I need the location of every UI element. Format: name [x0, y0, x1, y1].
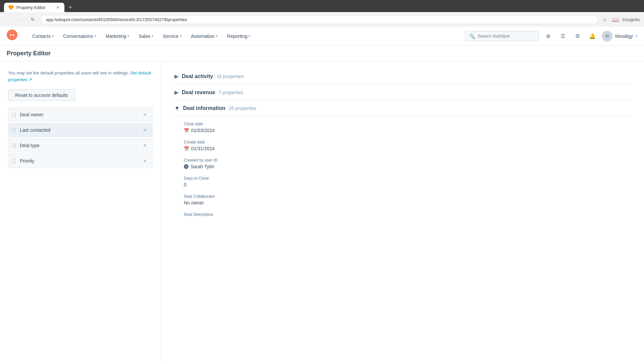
section-title: Deal revenue	[182, 89, 215, 96]
deal-collaborator-field: Deal Collaborator No owner	[184, 194, 631, 205]
chevron-down-icon: ▾	[127, 34, 129, 38]
deal-information-content: Close date 📅 01/03/2024 Create date 📅 01…	[174, 116, 631, 218]
topbar-right: 🔍 ⊕ ☰ ⚙ 🔔 M Moodigy ▾	[465, 31, 637, 42]
nav-contacts[interactable]: Contacts ▾	[28, 31, 58, 42]
chevron-down-icon: ▾	[249, 34, 250, 38]
deal-activity-section-header[interactable]: ▶ Deal activity 16 properties	[174, 68, 631, 84]
close-date-label: Close date	[184, 122, 631, 126]
settings-icon[interactable]: ⚙	[572, 31, 583, 42]
list-item[interactable]: Deal type ✕	[8, 138, 153, 153]
remove-property-button[interactable]: ✕	[142, 127, 148, 133]
deal-collaborator-label: Deal Collaborator	[184, 194, 631, 199]
create-date-value: 📅 01/31/2024	[184, 146, 631, 151]
list-item[interactable]: Last contacted ✕	[8, 123, 153, 137]
deal-revenue-section-header[interactable]: ▶ Deal revenue 7 properties	[174, 84, 631, 101]
list-item[interactable]: Priority ✕	[8, 154, 153, 168]
nav-reporting[interactable]: Reporting ▾	[223, 31, 255, 42]
chevron-down-icon: ▾	[216, 34, 218, 38]
property-label: Last contacted	[20, 127, 142, 133]
drag-handle-icon	[12, 159, 16, 163]
created-by-user-id-field: Created by user ID i Sarah Tyler	[184, 158, 631, 169]
section-title: Deal information	[183, 105, 225, 111]
list-item[interactable]: Deal owner ✕	[8, 108, 153, 122]
create-date-label: Create date	[184, 140, 631, 144]
deal-information-section-header[interactable]: ▼ Deal information 25 properties	[174, 101, 631, 116]
user-menu[interactable]: M Moodigy ▾	[602, 31, 637, 42]
tab-title: Property Editor	[16, 5, 46, 10]
new-tab-button[interactable]: +	[66, 3, 75, 12]
search-bar[interactable]: 🔍	[465, 31, 539, 41]
remove-property-button[interactable]: ✕	[142, 111, 148, 118]
drag-handle-icon	[12, 113, 16, 117]
page-title: Property Editor	[7, 50, 51, 57]
deal-description-field: Deal Description	[184, 212, 631, 218]
chevron-down-icon: ▾	[95, 34, 96, 38]
nav-service[interactable]: Service ▾	[159, 31, 185, 42]
drag-handle-icon	[12, 143, 16, 148]
hubspot-nav: Contacts ▾ Conversations ▾ Marketing ▾ S…	[28, 31, 465, 42]
avatar: M	[602, 31, 612, 42]
back-button[interactable]: ←	[4, 15, 13, 24]
section-count: 7 properties	[219, 90, 244, 95]
chevron-down-icon: ▾	[52, 34, 54, 38]
calendar-icon: 📅	[184, 128, 189, 133]
created-by-value: i Sarah Tyler	[184, 164, 631, 169]
property-label: Deal owner	[20, 112, 142, 117]
browser-chrome: 🧡 Property Editor ✕ +	[0, 0, 644, 12]
help-icon[interactable]: ⊕	[543, 31, 553, 42]
address-bar[interactable]: app.hubspot.com/contacts/45105500/record…	[40, 15, 598, 24]
days-to-close-value: 0	[184, 182, 631, 187]
remove-property-button[interactable]: ✕	[142, 158, 148, 164]
incognito-label: Incognito	[622, 17, 640, 22]
close-date-field: Close date 📅 01/03/2024	[184, 122, 631, 133]
hubspot-logo[interactable]	[7, 29, 17, 43]
close-date-value: 📅 01/03/2024	[184, 128, 631, 133]
browser-tabs: 🧡 Property Editor ✕ +	[4, 3, 640, 12]
reset-to-defaults-button[interactable]: Reset to account defaults	[8, 89, 75, 101]
page-header: Property Editor	[0, 46, 644, 62]
calendar-icon: 📅	[184, 146, 189, 151]
property-grid: Close date 📅 01/03/2024 Create date 📅 01…	[174, 122, 631, 218]
create-date-field: Create date 📅 01/31/2024	[184, 140, 631, 151]
svg-point-1	[10, 34, 12, 36]
nav-sales[interactable]: Sales ▾	[135, 31, 157, 42]
property-list: Deal owner ✕ Last contacted ✕	[8, 108, 153, 168]
nav-automation[interactable]: Automation ▾	[187, 31, 222, 42]
section-title: Deal activity	[182, 73, 213, 79]
tab-close-button[interactable]: ✕	[55, 5, 60, 10]
forward-button[interactable]: →	[16, 15, 25, 24]
days-to-close-field: Days to Close 0	[184, 176, 631, 187]
address-text: app.hubspot.com/contacts/45105500/record…	[46, 17, 187, 22]
toolbar-icons: ☆ 📖 Incognito	[601, 15, 640, 23]
browser-toolbar: ← → ↻ app.hubspot.com/contacts/45105500/…	[0, 12, 644, 27]
right-panel: ▶ Deal activity 16 properties ▶ Deal rev…	[161, 62, 644, 361]
search-input[interactable]	[478, 34, 534, 39]
extension-icon[interactable]: 📖	[611, 15, 620, 23]
chevron-down-icon: ▼	[174, 105, 180, 111]
remove-property-button[interactable]: ✕	[142, 142, 148, 149]
notifications-icon[interactable]: 🔔	[587, 31, 598, 42]
main-layout: You may set the default properties all u…	[0, 62, 644, 361]
refresh-button[interactable]: ↻	[28, 15, 38, 24]
star-icon[interactable]: ☆	[601, 15, 609, 23]
section-count: 16 properties	[216, 74, 244, 79]
nav-conversations[interactable]: Conversations ▾	[59, 31, 100, 42]
search-icon: 🔍	[469, 34, 475, 39]
left-panel: You may set the default properties all u…	[0, 62, 161, 361]
drag-handle-icon	[12, 128, 16, 132]
apps-icon[interactable]: ☰	[557, 31, 568, 42]
property-label: Deal type	[20, 143, 142, 148]
chevron-right-icon: ▶	[174, 89, 178, 96]
property-label: Priority	[20, 158, 142, 164]
nav-marketing[interactable]: Marketing ▾	[102, 31, 133, 42]
hubspot-topbar: Contacts ▾ Conversations ▾ Marketing ▾ S…	[0, 27, 644, 46]
active-tab[interactable]: 🧡 Property Editor ✕	[4, 3, 64, 12]
deal-collaborator-value: No owner	[184, 200, 631, 205]
svg-point-0	[7, 29, 17, 40]
deal-description-label: Deal Description	[184, 212, 631, 217]
user-chevron-icon: ▾	[636, 34, 637, 38]
info-text: You may set the default properties all u…	[8, 70, 153, 83]
external-link-icon: ↗	[29, 77, 32, 82]
chevron-right-icon: ▶	[174, 73, 178, 79]
created-by-label: Created by user ID	[184, 158, 631, 163]
